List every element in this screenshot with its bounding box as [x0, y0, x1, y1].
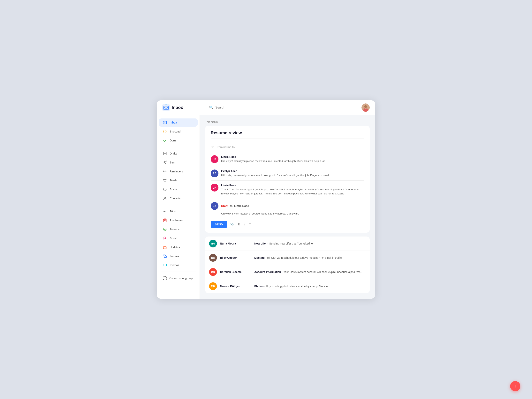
- forums-label: Forums: [170, 255, 179, 258]
- svg-point-11: [164, 228, 166, 231]
- purchases-label: Purchases: [170, 219, 183, 222]
- trash-icon: [163, 178, 167, 183]
- draft-text[interactable]: Oh wow! I want jetpack of course. Send i…: [211, 212, 364, 216]
- sidebar-item-sent[interactable]: Sent: [159, 158, 198, 167]
- email-row[interactable]: MB Monica Böttger Photos - Hey, sending …: [205, 279, 370, 293]
- email-avatar-monica: MB: [209, 282, 217, 290]
- trips-icon: [163, 209, 167, 214]
- sidebar-item-trash[interactable]: Trash: [159, 176, 198, 184]
- email-row[interactable]: CB Carolien Bloeme Account information -…: [205, 265, 370, 279]
- sidebar-item-forums[interactable]: Forums: [159, 252, 198, 260]
- draft-header: EA Draft to: Lizzie Rose: [211, 202, 364, 210]
- reminders-icon: [163, 169, 167, 174]
- sidebar-item-updates[interactable]: Updates: [159, 243, 198, 251]
- section-label: This month: [205, 120, 370, 123]
- sidebar-item-inbox[interactable]: Inbox: [159, 119, 198, 127]
- msg-text-2: Hi Lizzie, I reviewed your resume. Looks…: [221, 173, 364, 177]
- send-button[interactable]: SEND: [211, 221, 227, 228]
- contacts-label: Contacts: [170, 197, 180, 200]
- sidebar-item-contacts[interactable]: Contacts: [159, 194, 198, 203]
- search-input[interactable]: [215, 106, 358, 109]
- finance-icon: [163, 227, 167, 231]
- sent-icon: [163, 160, 167, 165]
- msg-content-3: Lizzie Rose Thank You! You were right. I…: [221, 184, 364, 196]
- sidebar-item-social[interactable]: Social: [159, 234, 198, 242]
- remind-icon: ☞: [211, 145, 214, 149]
- app-container: Inbox 🔍 Inbox: [157, 100, 375, 299]
- remind-row[interactable]: ☞ Remind me to...: [211, 142, 364, 152]
- drafts-icon: [163, 151, 167, 156]
- email-row[interactable]: NM Núria Moura New offer - Sending new o…: [205, 236, 370, 251]
- app-logo-icon: [162, 104, 170, 111]
- message-row: LR Lizzie Rose Thank You! You were right…: [211, 181, 364, 199]
- finance-label: Finance: [170, 228, 179, 231]
- msg-avatar-lizzie1: LR: [211, 155, 218, 163]
- sidebar-item-done[interactable]: Done: [159, 136, 198, 145]
- email-avatar-nuria: NM: [209, 240, 217, 247]
- email-avatar-carolien: CB: [209, 268, 217, 276]
- sidebar: Inbox Snoozed Done Drafts: [157, 115, 200, 299]
- italic-icon[interactable]: I: [243, 222, 246, 227]
- trips-label: Trips: [170, 210, 176, 213]
- sidebar-item-trips[interactable]: Trips: [159, 207, 198, 215]
- msg-avatar-lizzie2: LR: [211, 184, 218, 191]
- sidebar-item-reminders[interactable]: Reminders: [159, 167, 198, 176]
- snoozed-icon: [163, 129, 167, 134]
- drafts-label: Drafts: [170, 152, 177, 155]
- sidebar-item-finance[interactable]: Finance: [159, 225, 198, 233]
- create-group-label: Create new group: [169, 276, 193, 280]
- draft-avatar: EA: [211, 202, 218, 210]
- message-row: LR Lizzie Rose Hi Evelyn! Could you plea…: [211, 152, 364, 166]
- sidebar-item-snoozed[interactable]: Snoozed: [159, 127, 198, 136]
- nav-divider-3: [161, 272, 196, 272]
- promos-label: Promos: [170, 264, 179, 267]
- font-size-icon[interactable]: T↕: [248, 222, 252, 227]
- inbox-icon: [163, 120, 167, 125]
- social-icon: [163, 236, 167, 241]
- create-new-group-button[interactable]: + Create new group: [159, 274, 198, 282]
- compose-toolbar: SEND 📎 B I T↕: [211, 219, 364, 228]
- msg-text-3: Thank You! You were right. I got this jo…: [221, 188, 364, 196]
- logo-area: Inbox: [162, 104, 205, 111]
- msg-avatar-evelyn: EA: [211, 170, 218, 177]
- compose-area: EA Draft to: Lizzie Rose Oh wow! I want …: [211, 199, 364, 228]
- compose-fab[interactable]: +: [510, 381, 520, 391]
- svg-point-13: [165, 238, 166, 239]
- promos-icon: [163, 263, 167, 267]
- svg-rect-14: [164, 247, 166, 249]
- message-row: EA Evelyn Allen Hi Lizzie, I reviewed yo…: [211, 166, 364, 181]
- msg-content-1: Lizzie Rose Hi Evelyn! Could you please …: [221, 155, 364, 163]
- email-preview-3: Photos - Hey, sending photos from yester…: [254, 285, 366, 288]
- user-avatar[interactable]: [361, 103, 370, 112]
- svg-point-10: [164, 197, 166, 198]
- msg-sender-3: Lizzie Rose: [221, 184, 364, 187]
- purchases-icon: [163, 218, 167, 222]
- draft-to: to: Lizzie Rose: [230, 204, 249, 208]
- msg-sender-1: Lizzie Rose: [221, 155, 364, 158]
- app-title: Inbox: [172, 105, 183, 110]
- email-list: NM Núria Moura New offer - Sending new o…: [205, 236, 370, 293]
- updates-label: Updates: [170, 246, 180, 249]
- svg-point-12: [164, 237, 165, 238]
- sidebar-item-promos[interactable]: Promos: [159, 261, 198, 269]
- sidebar-item-spam[interactable]: Spam: [159, 185, 198, 193]
- sidebar-item-purchases[interactable]: Purchases: [159, 216, 198, 224]
- updates-icon: [163, 245, 167, 249]
- contacts-icon: [163, 196, 167, 201]
- main-content: This month Resume review ☞ Remind me to.…: [200, 115, 375, 299]
- bold-icon[interactable]: B: [237, 222, 241, 227]
- email-name-3: Monica Böttger: [220, 285, 251, 288]
- nav-divider-2: [161, 205, 196, 205]
- email-preview-2: Account information - Your Oasis system …: [254, 270, 366, 273]
- email-row[interactable]: RC Riley Cooper Meeting - Hi! Can we res…: [205, 251, 370, 265]
- svg-point-9: [165, 190, 165, 190]
- nav-divider-1: [161, 147, 196, 147]
- email-avatar-riley: RC: [209, 254, 217, 262]
- header: Inbox 🔍: [157, 100, 375, 115]
- attach-icon[interactable]: 📎: [229, 222, 235, 227]
- sidebar-item-drafts[interactable]: Drafts: [159, 149, 198, 158]
- email-name-1: Riley Cooper: [220, 256, 251, 259]
- plus-icon: +: [163, 276, 167, 280]
- msg-content-2: Evelyn Allen Hi Lizzie, I reviewed your …: [221, 170, 364, 177]
- search-area: 🔍: [205, 105, 361, 110]
